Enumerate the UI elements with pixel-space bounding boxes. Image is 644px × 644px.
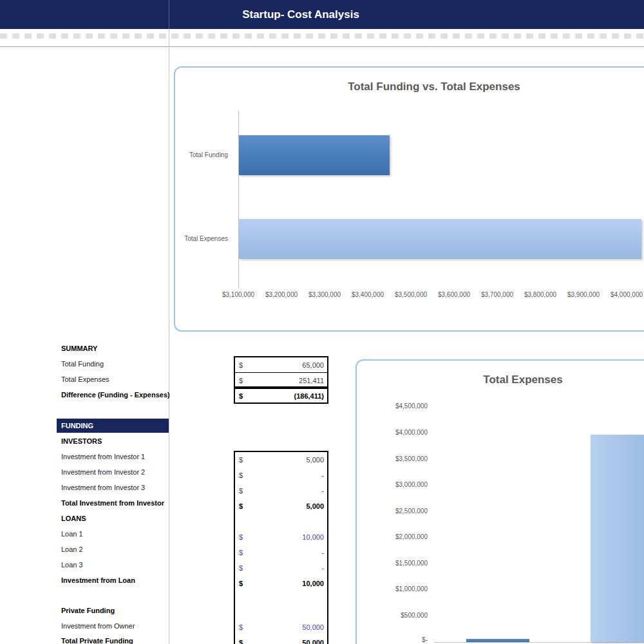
currency-symbol: $ [239, 357, 243, 373]
sidebar-row-investors[interactable]: INVESTORS [61, 433, 169, 449]
bar-small [466, 639, 529, 642]
category-label-total-funding: Total Funding [175, 151, 233, 158]
bar-total-funding [239, 135, 390, 175]
cell-value: 10,000 [302, 529, 324, 545]
y-tick: $2,000,000 [357, 533, 428, 540]
cell-value: - [321, 468, 324, 483]
currency-symbol: $ [239, 620, 243, 635]
y-tick: $4,000,000 [357, 429, 428, 436]
cell-loan-3[interactable]: $ - [235, 560, 327, 576]
difference-value-box: $ (186,411) [234, 388, 328, 404]
sidebar-row-loans[interactable]: LOANS [61, 511, 169, 526]
currency-symbol: $ [239, 452, 243, 468]
currency-symbol: $ [239, 635, 243, 644]
y-tick: $2,500,000 [357, 507, 428, 515]
cell-total-expenses[interactable]: $ 251,411 [235, 373, 327, 388]
y-tick: $4,500,000 [357, 402, 428, 410]
cell-value: 10,000 [302, 576, 324, 591]
cell-total-funding[interactable]: $ 65,000 [235, 357, 327, 373]
cell-value: 5,000 [306, 498, 324, 514]
cell-investor-1[interactable]: $ 5,000 [235, 452, 327, 468]
currency-symbol: $ [239, 529, 243, 545]
column-gridline [169, 29, 169, 644]
sidebar-row-investment-loan[interactable]: Investment from Loan [61, 573, 169, 588]
y-tick: $3,000,000 [357, 481, 428, 488]
y-tick: $3,500,000 [357, 455, 428, 462]
cell-value: - [321, 545, 324, 560]
bar-total-expenses [239, 219, 641, 259]
sidebar-row-owner[interactable]: Investment from Owner [61, 618, 169, 634]
sidebar-row-loan-2[interactable]: Loan 2 [61, 542, 169, 557]
cell-investor-2[interactable]: $ - [235, 468, 327, 483]
summary-values-box: $ 65,000 $ 251,411 [234, 356, 328, 388]
y-tick: $1,500,000 [357, 560, 428, 567]
sidebar-row-investor-1[interactable]: Investment from Investor 1 [61, 449, 169, 464]
sidebar-row-total-investor[interactable]: Total Investment from Investor [61, 495, 169, 511]
sidebar-row-total-expenses[interactable]: Total Expenses [61, 372, 169, 387]
currency-symbol: $ [239, 498, 243, 514]
cell-value: 65,000 [302, 357, 324, 373]
currency-symbol: $ [239, 373, 243, 388]
sidebar-row-funding-header[interactable]: FUNDING [57, 419, 169, 433]
row-gridline [0, 46, 644, 47]
spreadsheet-page: { "app": { "title": "Startup- Cost Analy… [0, 0, 644, 644]
y-tick: $- [357, 636, 428, 643]
page-title: Startup- Cost Analysis [169, 0, 433, 29]
cell-owner[interactable]: $ 50,000 [235, 620, 327, 635]
sidebar-row-total-private[interactable]: Total Private Funding [61, 633, 169, 644]
sidebar-row-total-funding[interactable]: Total Funding [61, 356, 169, 372]
category-label-total-expenses: Total Expenses [175, 235, 233, 242]
sidebar-row-investor-2[interactable]: Investment from Investor 2 [61, 464, 169, 480]
hidden-row-ghost-text [0, 33, 644, 39]
cell-total-private[interactable]: $ 50,000 [235, 635, 327, 644]
cell-investor-3[interactable]: $ - [235, 483, 327, 498]
title-bar: Startup- Cost Analysis [0, 0, 644, 29]
cell-value: 5,000 [306, 452, 324, 468]
y-tick: $1,000,000 [357, 585, 428, 592]
currency-symbol: $ [239, 545, 243, 560]
y-tick: $500,000 [357, 612, 428, 619]
sidebar-row-difference[interactable]: Difference (Funding - Expenses) [61, 387, 169, 402]
sidebar-row-investor-3[interactable]: Investment from Investor 3 [61, 480, 169, 495]
cell-value: 251,411 [299, 373, 324, 388]
cell-loan-2[interactable]: $ - [235, 545, 327, 560]
cell-loan-1[interactable]: $ 10,000 [235, 529, 327, 545]
sidebar-row-loan-1[interactable]: Loan 1 [61, 526, 169, 542]
x-tick: $4,000,000 [601, 291, 644, 298]
currency-symbol: $ [239, 483, 243, 498]
cell-difference[interactable]: $ (186,411) [235, 388, 327, 404]
cell-value: - [321, 483, 324, 498]
chart-title: Total Expenses [394, 374, 644, 386]
cell-value: - [321, 560, 324, 576]
sidebar-row-loan-3[interactable]: Loan 3 [61, 557, 169, 573]
bar-tall [591, 435, 644, 642]
sidebar-row-summary[interactable]: SUMMARY [61, 341, 169, 356]
cell-value: 50,000 [302, 620, 324, 635]
funding-values-box: $ 5,000 $ - $ - $ 5,000 $ 10,000 $ - $ -… [234, 451, 328, 644]
cell-value: (186,411) [294, 388, 324, 404]
cell-value: 50,000 [302, 635, 324, 644]
sidebar-row-private-funding[interactable]: Private Funding [61, 603, 169, 618]
chart-total-expenses: Total Expenses $4,500,000 $4,000,000 $3,… [355, 359, 644, 644]
chart-funding-vs-expenses: Total Funding vs. Total Expenses Total F… [174, 66, 644, 332]
cell-total-loan[interactable]: $ 10,000 [235, 576, 327, 591]
currency-symbol: $ [239, 576, 243, 591]
chart-title: Total Funding vs. Total Expenses [241, 80, 627, 93]
cell-total-investor[interactable]: $ 5,000 [235, 498, 327, 514]
x-axis-line [434, 642, 644, 643]
currency-symbol: $ [239, 388, 243, 404]
currency-symbol: $ [239, 468, 243, 483]
currency-symbol: $ [239, 560, 243, 576]
